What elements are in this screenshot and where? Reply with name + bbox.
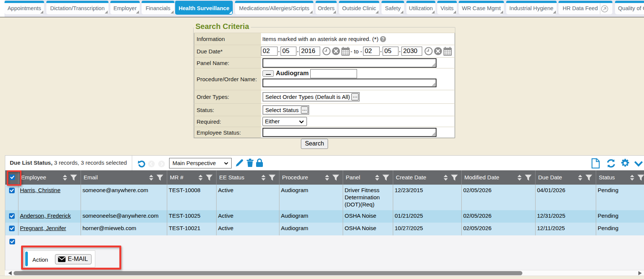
svg-text:?: ? bbox=[382, 36, 384, 42]
